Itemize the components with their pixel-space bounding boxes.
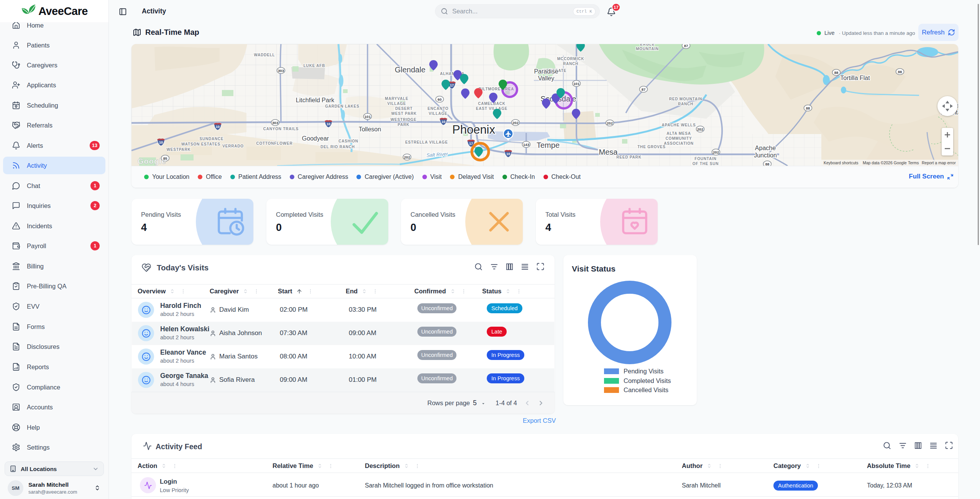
svg-text:202: 202 (404, 155, 410, 159)
svg-text:Keyboard shortcuts: Keyboard shortcuts (824, 160, 858, 165)
svg-text:WESTPARK: WESTPARK (167, 147, 191, 152)
svg-text:ESTRELLA VILLAGE: ESTRELLA VILLAGE (405, 140, 448, 144)
svg-text:CANYON TRAILS: CANYON TRAILS (263, 127, 299, 131)
svg-text:ALTA MESA: ALTA MESA (666, 131, 691, 136)
svg-text:202: 202 (713, 150, 719, 154)
svg-text:Valley: Valley (538, 75, 554, 82)
svg-text:DESERT: DESERT (395, 106, 412, 111)
svg-text:10: 10 (506, 152, 510, 156)
svg-text:VILLAGE: VILLAGE (429, 111, 448, 116)
svg-text:ASSOCIATION: ASSOCIATION (664, 141, 694, 146)
svg-text:COTTONFLOWER: COTTONFLOWER (256, 141, 293, 146)
svg-text:Tempe: Tempe (537, 141, 560, 149)
svg-text:MCCORMICK: MCCORMICK (557, 57, 584, 61)
svg-text:GARDEN LAKES: GARDEN LAKES (325, 104, 359, 108)
svg-text:60: 60 (438, 97, 442, 101)
svg-text:VILLAGE: VILLAGE (387, 101, 406, 106)
svg-text:CASHION: CASHION (338, 139, 358, 143)
svg-text:REED PARK: REED PARK (616, 155, 641, 159)
svg-text:RANCH: RANCH (563, 62, 578, 66)
svg-text:10: 10 (159, 141, 163, 144)
svg-text:EAST VILLAGE: EAST VILLAGE (476, 106, 507, 111)
svg-text:WATSON ESTATES: WATSON ESTATES (181, 142, 220, 146)
svg-text:RANCH: RANCH (678, 102, 693, 106)
svg-text:OF THE SUN: OF THE SUN (693, 162, 719, 166)
svg-text:Glendale: Glendale (395, 65, 425, 74)
svg-text:202: 202 (697, 127, 703, 131)
svg-text:Tortilla Flat: Tortilla Flat (840, 75, 870, 81)
svg-text:VERRADO: VERRADO (222, 144, 244, 148)
svg-text:WEST PARK: WEST PARK (391, 111, 417, 116)
svg-text:Terms: Terms (908, 160, 919, 165)
svg-text:CAMELBACK: CAMELBACK (478, 101, 506, 106)
svg-text:87: 87 (642, 87, 646, 92)
svg-text:PARK: PARK (398, 123, 410, 127)
svg-text:Goodyear: Goodyear (302, 135, 329, 142)
svg-text:FOUNTAIN: FOUNTAIN (694, 157, 716, 161)
svg-text:88: 88 (898, 70, 902, 74)
svg-text:Litchfield Park: Litchfield Park (296, 97, 335, 103)
svg-text:Mesa: Mesa (599, 148, 618, 156)
svg-text:ENCANTO: ENCANTO (428, 106, 449, 111)
svg-text:101: 101 (364, 115, 371, 119)
svg-text:MOUNTAIN: MOUNTAIN (636, 47, 659, 51)
svg-text:LUKE AFB: LUKE AFB (304, 64, 325, 68)
svg-text:COMMUNITY: COMMUNITY (666, 136, 692, 141)
svg-text:10: 10 (216, 125, 220, 129)
svg-text:Paradise: Paradise (534, 68, 558, 75)
svg-text:88: 88 (806, 106, 810, 110)
svg-text:EAGLE: EAGLE (640, 44, 655, 46)
svg-text:SUNDANCE: SUNDANCE (199, 137, 223, 141)
svg-text:87: 87 (684, 44, 688, 48)
svg-text:DEL RIO RANCH: DEL RIO RANCH (320, 145, 355, 149)
svg-text:303: 303 (272, 121, 278, 125)
svg-text:Junction: Junction (754, 152, 777, 159)
svg-text:88: 88 (834, 70, 839, 75)
svg-text:Map data ©2026 Google: Map data ©2026 Google (863, 160, 907, 165)
svg-text:Tolleson: Tolleson (359, 126, 381, 133)
svg-text:10: 10 (327, 122, 330, 126)
svg-text:202: 202 (607, 121, 613, 125)
svg-text:10: 10 (442, 120, 445, 124)
svg-text:Report a map error: Report a map error (922, 160, 956, 165)
svg-text:101: 101 (573, 82, 580, 86)
svg-text:MARYVALE: MARYVALE (385, 97, 408, 101)
svg-text:Google: Google (138, 157, 166, 165)
svg-text:202: 202 (512, 121, 519, 125)
svg-text:RED MOUNTAIN: RED MOUNTAIN (669, 97, 703, 101)
svg-text:WADDELL: WADDELL (254, 53, 275, 57)
svg-text:143: 143 (523, 142, 529, 147)
svg-text:303: 303 (278, 69, 284, 73)
svg-text:88: 88 (765, 162, 770, 166)
svg-text:Phoenix: Phoenix (452, 123, 496, 136)
svg-text:WESTRIDGE: WESTRIDGE (391, 118, 417, 122)
svg-text:THE GROVES: THE GROVES (637, 145, 666, 149)
svg-text:Apache: Apache (755, 145, 776, 151)
svg-text:17: 17 (469, 142, 473, 146)
svg-text:17: 17 (450, 83, 454, 87)
svg-text:APACHE WELLS: APACHE WELLS (662, 123, 696, 127)
